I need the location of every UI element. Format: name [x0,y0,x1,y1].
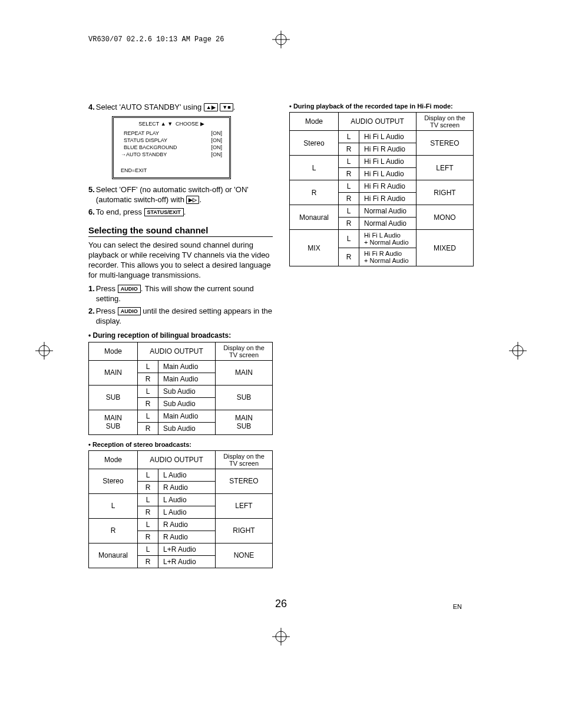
registration-mark-right [509,342,527,360]
col-mode: Mode [89,450,138,469]
section-heading-sound-channel: Selecting the sound channel [88,225,273,237]
col-mode: Mode [89,342,138,360]
sound-step-1: 1. Press AUDIO. This will show the curre… [88,284,273,304]
audio-key-icon: AUDIO [118,307,141,315]
section-intro-paragraph: You can select the desired sound channel… [88,241,273,281]
step-number: 6. [88,207,95,218]
sound-step-2: 2. Press AUDIO until the desired setting… [88,307,273,327]
col-audio-output: AUDIO OUTPUT [138,450,216,469]
osd-end: END=EXIT [118,167,224,174]
triangle-up-icon: ▲ [161,121,166,127]
left-column: 4. Select 'AUTO STANDBY' using ▲▶ ▼■. SE… [88,103,273,574]
table-caption-hifi: • During playback of the recorded tape i… [289,103,474,110]
triangle-right-icon: ▶ [200,121,204,127]
play-ff-key-icon: ▶▷ [186,196,199,204]
table-row: Monaural L Normal Audio MONO [290,205,474,218]
registration-mark-top [272,31,290,48]
step-5: 5. Select 'OFF' (no automatic switch-off… [88,185,273,205]
step-number: 5. [88,185,95,205]
table-row: R L R Audio RIGHT [89,518,273,531]
osd-menu-illustration: SELECT ▲ ▼ CHOOSE ▶ REPEAT PLAY[ON] STAT… [112,116,231,179]
hifi-table: Mode AUDIO OUTPUT Display on the TV scre… [289,112,474,266]
registration-mark-left [35,342,53,360]
col-display: Display on the TV screen [216,450,273,469]
status-exit-key-icon: STATUS/EXIT [144,208,184,216]
osd-row: BLUE BACKGROUND[ON] [118,144,224,151]
table-row: Stereo L Hi Fi L Audio STEREO [290,131,474,143]
step-text: Select 'OFF' (no automatic switch-off) o… [96,185,273,205]
triangle-down-icon: ▼ [167,121,173,127]
manual-page: VR630/07 02.2.6 10:13 AM Page 26 4. Sele… [0,0,562,728]
table-row: MAIN L Main Audio MAIN [89,360,273,373]
osd-row: →AUTO STANDBY[ON] [118,151,224,158]
osd-row: REPEAT PLAY[ON] [118,130,224,137]
table-row: Monaural L L+R Audio NONE [89,543,273,555]
registration-mark-bottom [272,628,290,645]
step-text: Press AUDIO. This will show the current … [96,284,273,304]
bilingual-table: Mode AUDIO OUTPUT Display on the TV scre… [88,342,273,435]
col-display: Display on the TV screen [416,113,474,131]
table-row: Stereo L L Audio STEREO [89,469,273,481]
table-row: R L Hi Fi R Audio RIGHT [290,180,474,193]
step-6: 6. To end, press STATUS/EXIT. [88,207,273,218]
table-row: MAINSUB L Main Audio MAINSUB [89,410,273,422]
audio-key-icon: AUDIO [118,285,141,293]
step-number: 4. [88,103,95,113]
osd-header: SELECT ▲ ▼ CHOOSE ▶ [118,120,224,127]
table-row: L L Hi Fi L Audio LEFT [290,156,474,168]
page-number: 26 [0,598,562,610]
step-text: To end, press STATUS/EXIT. [96,207,273,218]
up-play-key-icon: ▲▶ [204,103,218,111]
stereo-table: Mode AUDIO OUTPUT Display on the TV scre… [88,450,273,568]
step-number: 2. [88,307,95,327]
down-stop-key-icon: ▼■ [220,103,233,111]
table-caption-stereo: • Reception of stereo broadcasts: [88,441,273,448]
table-row: L L L Audio LEFT [89,493,273,506]
language-mark: EN [453,603,462,610]
table-caption-bilingual: • During reception of bilingual broadcas… [88,331,273,340]
step-number: 1. [88,284,95,304]
col-mode: Mode [290,113,339,131]
col-audio-output: AUDIO OUTPUT [339,113,416,131]
osd-row: STATUS DISPLAY[ON] [118,137,224,144]
table-row: MIX L Hi Fi L Audio+ Normal Audio MIXED [290,230,474,248]
step-text: Press AUDIO until the desired setting ap… [96,307,273,327]
col-display: Display on the TV screen [216,342,273,360]
table-row: SUB L Sub Audio SUB [89,385,273,397]
content-columns: 4. Select 'AUTO STANDBY' using ▲▶ ▼■. SE… [88,103,474,574]
step-4: 4. Select 'AUTO STANDBY' using ▲▶ ▼■. [88,103,273,113]
col-audio-output: AUDIO OUTPUT [138,342,216,360]
right-column: • During playback of the recorded tape i… [289,103,474,574]
step-text: Select 'AUTO STANDBY' using ▲▶ ▼■. [96,103,273,113]
